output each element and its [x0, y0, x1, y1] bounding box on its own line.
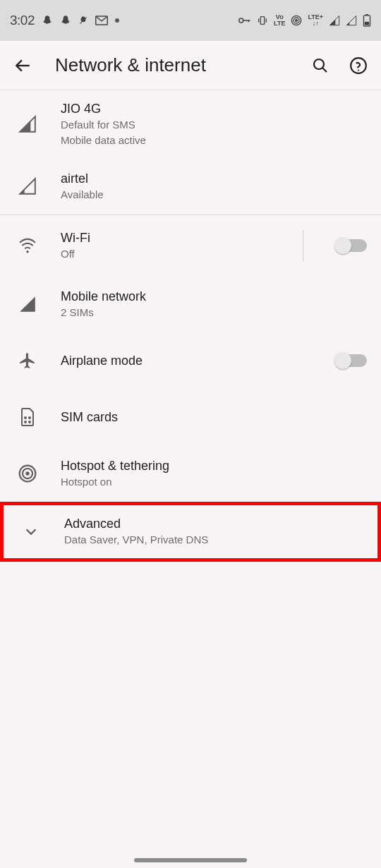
search-icon[interactable]	[310, 56, 330, 76]
volte-icon: VoLTE	[274, 14, 285, 27]
svg-point-15	[314, 59, 324, 69]
svg-point-2	[239, 18, 243, 23]
chevron-down-icon	[18, 524, 44, 539]
advanced-title: Advanced	[64, 517, 363, 531]
vertical-divider	[303, 230, 303, 261]
sim-row-jio[interactable]: JIO 4G Default for SMS Mobile data activ…	[0, 90, 381, 158]
battery-icon	[363, 14, 371, 27]
svg-point-20	[25, 417, 26, 418]
gmail-icon	[95, 16, 108, 25]
svg-point-22	[25, 421, 26, 423]
nav-handle[interactable]	[134, 858, 247, 862]
signal-icon	[14, 177, 41, 195]
key-icon	[238, 17, 251, 24]
svg-point-19	[26, 251, 28, 253]
sim-cards-title: SIM cards	[61, 410, 367, 425]
hotspot-title: Hotspot & tethering	[61, 459, 367, 474]
svg-rect-5	[260, 17, 264, 25]
notification-dot-icon	[115, 18, 119, 23]
back-icon[interactable]	[13, 56, 32, 76]
dnd-icon	[78, 16, 88, 25]
sim-title: JIO 4G	[61, 102, 367, 116]
help-icon[interactable]	[349, 56, 368, 76]
sim-subtitle: Mobile data active	[61, 133, 367, 147]
mobile-network-row[interactable]: Mobile network 2 SIMs	[0, 276, 381, 332]
svg-point-8	[296, 20, 298, 22]
sim-subtitle: Available	[61, 188, 367, 202]
advanced-subtitle: Data Saver, VPN, Private DNS	[64, 533, 363, 547]
svg-rect-3	[243, 20, 250, 21]
wifi-row[interactable]: Wi-Fi Off	[0, 215, 381, 276]
svg-point-24	[25, 471, 29, 475]
wifi-icon	[14, 238, 41, 253]
hotspot-icon	[291, 15, 302, 26]
sim-row-airtel[interactable]: airtel Available	[0, 158, 381, 215]
hotspot-subtitle: Hotspot on	[61, 475, 367, 489]
signal-full-icon	[14, 295, 41, 313]
signal-icon	[14, 115, 41, 133]
mobile-subtitle: 2 SIMs	[61, 306, 367, 320]
sim-subtitle: Default for SMS	[61, 118, 367, 132]
sim-title: airtel	[61, 171, 367, 186]
hotspot-row[interactable]: Hotspot & tethering Hotspot on	[0, 445, 381, 502]
svg-point-21	[29, 417, 30, 418]
wifi-toggle[interactable]	[336, 239, 367, 252]
wifi-title: Wi-Fi	[61, 231, 283, 246]
wifi-subtitle: Off	[61, 247, 283, 261]
mobile-title: Mobile network	[61, 289, 367, 304]
advanced-row[interactable]: Advanced Data Saver, VPN, Private DNS	[0, 502, 381, 562]
snapchat-icon	[60, 15, 71, 26]
svg-point-17	[351, 58, 366, 73]
svg-rect-12	[365, 14, 368, 16]
airplane-title: Airplane mode	[61, 354, 316, 368]
lte-icon: LTE+↓↑	[308, 14, 323, 27]
svg-point-23	[29, 421, 30, 423]
page-title: Network & internet	[55, 54, 310, 76]
airplane-row[interactable]: Airplane mode	[0, 332, 381, 389]
sim-icon	[14, 408, 41, 426]
airplane-toggle[interactable]	[336, 354, 367, 367]
app-bar: Network & internet	[0, 41, 381, 90]
snapchat-icon	[42, 15, 53, 26]
status-bar: 3:02 VoLTE LTE+↓↑	[0, 0, 381, 41]
svg-line-16	[323, 68, 327, 72]
svg-point-18	[358, 69, 359, 71]
vibrate-icon	[257, 15, 268, 26]
clock: 3:02	[10, 13, 35, 28]
signal-icon	[346, 15, 357, 26]
svg-rect-4	[248, 20, 250, 22]
airplane-icon	[14, 351, 41, 370]
svg-rect-13	[365, 22, 369, 25]
hotspot-icon	[14, 464, 41, 483]
signal-icon	[329, 15, 340, 26]
sim-cards-row[interactable]: SIM cards	[0, 389, 381, 445]
